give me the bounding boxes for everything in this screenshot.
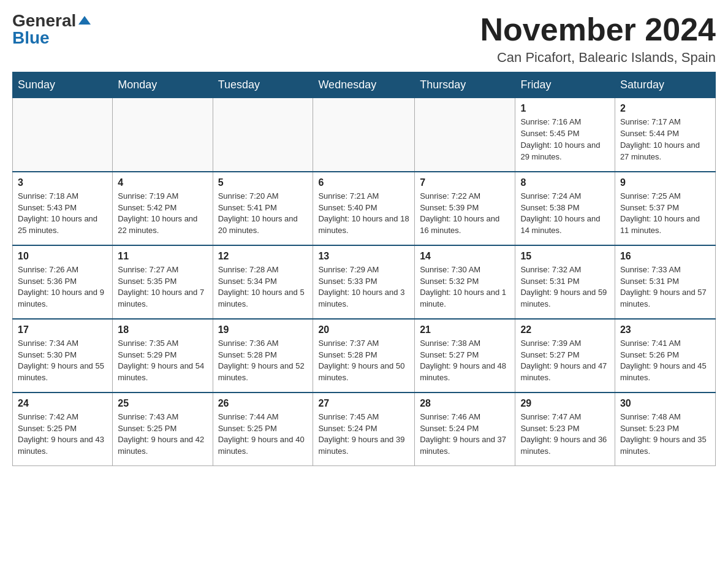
day-number: 17 [18, 324, 107, 335]
day-info: Sunrise: 7:25 AM Sunset: 5:37 PM Dayligh… [620, 191, 710, 237]
day-info: Sunrise: 7:39 AM Sunset: 5:27 PM Dayligh… [520, 338, 609, 384]
weekday-header-sunday: Sunday [13, 72, 113, 98]
day-number: 4 [118, 177, 207, 188]
day-info: Sunrise: 7:45 AM Sunset: 5:24 PM Dayligh… [318, 412, 409, 458]
day-info: Sunrise: 7:30 AM Sunset: 5:32 PM Dayligh… [420, 264, 510, 310]
calendar-cell: 10Sunrise: 7:26 AM Sunset: 5:36 PM Dayli… [13, 245, 113, 319]
day-info: Sunrise: 7:36 AM Sunset: 5:28 PM Dayligh… [218, 338, 308, 384]
calendar-cell: 7Sunrise: 7:22 AM Sunset: 5:39 PM Daylig… [415, 172, 515, 245]
day-info: Sunrise: 7:37 AM Sunset: 5:28 PM Dayligh… [318, 338, 409, 384]
calendar-cell [213, 98, 313, 172]
calendar-cell: 25Sunrise: 7:43 AM Sunset: 5:25 PM Dayli… [113, 393, 213, 466]
calendar-cell: 18Sunrise: 7:35 AM Sunset: 5:29 PM Dayli… [113, 319, 213, 393]
day-info: Sunrise: 7:28 AM Sunset: 5:34 PM Dayligh… [218, 264, 308, 310]
calendar-cell: 14Sunrise: 7:30 AM Sunset: 5:32 PM Dayli… [415, 245, 515, 319]
calendar-cell: 13Sunrise: 7:29 AM Sunset: 5:33 PM Dayli… [313, 245, 415, 319]
weekday-header-row: SundayMondayTuesdayWednesdayThursdayFrid… [13, 72, 716, 98]
calendar-cell: 2Sunrise: 7:17 AM Sunset: 5:44 PM Daylig… [615, 98, 715, 172]
day-info: Sunrise: 7:22 AM Sunset: 5:39 PM Dayligh… [420, 191, 510, 237]
day-number: 13 [318, 251, 409, 262]
calendar-cell: 30Sunrise: 7:48 AM Sunset: 5:23 PM Dayli… [615, 393, 715, 466]
calendar-cell: 16Sunrise: 7:33 AM Sunset: 5:31 PM Dayli… [615, 245, 715, 319]
calendar-cell: 5Sunrise: 7:20 AM Sunset: 5:41 PM Daylig… [213, 172, 313, 245]
calendar-cell: 26Sunrise: 7:44 AM Sunset: 5:25 PM Dayli… [213, 393, 313, 466]
calendar-week-row: 3Sunrise: 7:18 AM Sunset: 5:43 PM Daylig… [13, 172, 716, 245]
day-info: Sunrise: 7:35 AM Sunset: 5:29 PM Dayligh… [118, 338, 207, 384]
weekday-header-monday: Monday [113, 72, 213, 98]
weekday-header-thursday: Thursday [415, 72, 515, 98]
day-number: 25 [118, 398, 207, 409]
day-info: Sunrise: 7:33 AM Sunset: 5:31 PM Dayligh… [620, 264, 710, 310]
day-info: Sunrise: 7:38 AM Sunset: 5:27 PM Dayligh… [420, 338, 510, 384]
day-number: 3 [18, 177, 107, 188]
calendar-cell: 15Sunrise: 7:32 AM Sunset: 5:31 PM Dayli… [515, 245, 615, 319]
calendar-cell: 1Sunrise: 7:16 AM Sunset: 5:45 PM Daylig… [515, 98, 615, 172]
day-number: 28 [420, 398, 510, 409]
day-info: Sunrise: 7:44 AM Sunset: 5:25 PM Dayligh… [218, 412, 308, 458]
day-info: Sunrise: 7:46 AM Sunset: 5:24 PM Dayligh… [420, 412, 510, 458]
day-number: 14 [420, 251, 510, 262]
day-number: 1 [520, 103, 609, 114]
day-number: 29 [520, 398, 609, 409]
day-number: 7 [420, 177, 510, 188]
calendar-cell: 24Sunrise: 7:42 AM Sunset: 5:25 PM Dayli… [13, 393, 113, 466]
page-header: General Blue November 2024 Can Picafort,… [12, 12, 716, 66]
day-number: 23 [620, 324, 710, 335]
day-number: 18 [118, 324, 207, 335]
calendar-cell: 22Sunrise: 7:39 AM Sunset: 5:27 PM Dayli… [515, 319, 615, 393]
day-info: Sunrise: 7:26 AM Sunset: 5:36 PM Dayligh… [18, 264, 107, 310]
day-info: Sunrise: 7:32 AM Sunset: 5:31 PM Dayligh… [520, 264, 609, 310]
day-info: Sunrise: 7:17 AM Sunset: 5:44 PM Dayligh… [620, 117, 710, 163]
calendar-week-row: 1Sunrise: 7:16 AM Sunset: 5:45 PM Daylig… [13, 98, 716, 172]
logo-blue-text: Blue [12, 29, 50, 47]
day-number: 12 [218, 251, 308, 262]
day-info: Sunrise: 7:43 AM Sunset: 5:25 PM Dayligh… [118, 412, 207, 458]
day-number: 5 [218, 177, 308, 188]
calendar-cell: 17Sunrise: 7:34 AM Sunset: 5:30 PM Dayli… [13, 319, 113, 393]
calendar-week-row: 24Sunrise: 7:42 AM Sunset: 5:25 PM Dayli… [13, 393, 716, 466]
day-info: Sunrise: 7:29 AM Sunset: 5:33 PM Dayligh… [318, 264, 409, 310]
calendar-cell: 23Sunrise: 7:41 AM Sunset: 5:26 PM Dayli… [615, 319, 715, 393]
day-info: Sunrise: 7:34 AM Sunset: 5:30 PM Dayligh… [18, 338, 107, 384]
day-number: 21 [420, 324, 510, 335]
calendar-cell: 3Sunrise: 7:18 AM Sunset: 5:43 PM Daylig… [13, 172, 113, 245]
day-number: 6 [318, 177, 409, 188]
calendar-cell: 8Sunrise: 7:24 AM Sunset: 5:38 PM Daylig… [515, 172, 615, 245]
day-info: Sunrise: 7:27 AM Sunset: 5:35 PM Dayligh… [118, 264, 207, 310]
title-area: November 2024 Can Picafort, Balearic Isl… [480, 12, 716, 66]
calendar-cell: 6Sunrise: 7:21 AM Sunset: 5:40 PM Daylig… [313, 172, 415, 245]
weekday-header-wednesday: Wednesday [313, 72, 415, 98]
calendar-cell: 20Sunrise: 7:37 AM Sunset: 5:28 PM Dayli… [313, 319, 415, 393]
calendar-cell: 9Sunrise: 7:25 AM Sunset: 5:37 PM Daylig… [615, 172, 715, 245]
day-number: 20 [318, 324, 409, 335]
calendar-cell: 29Sunrise: 7:47 AM Sunset: 5:23 PM Dayli… [515, 393, 615, 466]
weekday-header-friday: Friday [515, 72, 615, 98]
day-info: Sunrise: 7:42 AM Sunset: 5:25 PM Dayligh… [18, 412, 107, 458]
calendar-cell [113, 98, 213, 172]
logo: General Blue [12, 12, 91, 47]
day-info: Sunrise: 7:48 AM Sunset: 5:23 PM Dayligh… [620, 412, 710, 458]
day-number: 19 [218, 324, 308, 335]
day-number: 30 [620, 398, 710, 409]
day-info: Sunrise: 7:19 AM Sunset: 5:42 PM Dayligh… [118, 191, 207, 237]
day-number: 16 [620, 251, 710, 262]
calendar-cell: 4Sunrise: 7:19 AM Sunset: 5:42 PM Daylig… [113, 172, 213, 245]
calendar-cell: 12Sunrise: 7:28 AM Sunset: 5:34 PM Dayli… [213, 245, 313, 319]
weekday-header-saturday: Saturday [615, 72, 715, 98]
day-number: 27 [318, 398, 409, 409]
calendar-cell: 19Sunrise: 7:36 AM Sunset: 5:28 PM Dayli… [213, 319, 313, 393]
month-title: November 2024 [480, 12, 716, 47]
day-info: Sunrise: 7:16 AM Sunset: 5:45 PM Dayligh… [520, 117, 609, 163]
day-number: 22 [520, 324, 609, 335]
day-number: 15 [520, 251, 609, 262]
calendar-cell: 21Sunrise: 7:38 AM Sunset: 5:27 PM Dayli… [415, 319, 515, 393]
day-number: 8 [520, 177, 609, 188]
calendar-table: SundayMondayTuesdayWednesdayThursdayFrid… [12, 72, 716, 466]
day-number: 10 [18, 251, 107, 262]
calendar-cell: 28Sunrise: 7:46 AM Sunset: 5:24 PM Dayli… [415, 393, 515, 466]
logo-triangle-icon [78, 16, 91, 25]
calendar-cell: 27Sunrise: 7:45 AM Sunset: 5:24 PM Dayli… [313, 393, 415, 466]
day-number: 24 [18, 398, 107, 409]
day-info: Sunrise: 7:20 AM Sunset: 5:41 PM Dayligh… [218, 191, 308, 237]
calendar-cell [313, 98, 415, 172]
